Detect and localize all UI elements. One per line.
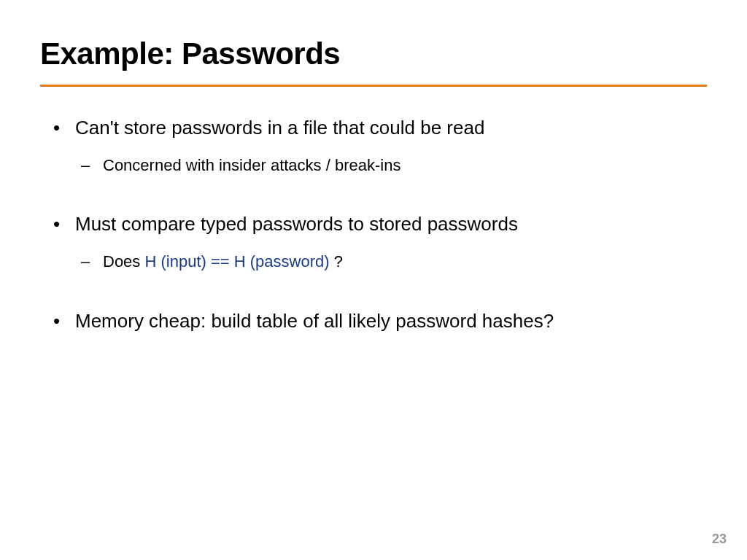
bullet-item: Memory cheap: build table of all likely … [53,309,707,334]
sub-bullet-item: Concerned with insider attacks / break-i… [81,155,707,176]
sub-bullet-item: Does H (input) == H (password) ? [81,252,707,273]
sub-bullet-text: Concerned with insider attacks / break-i… [103,156,400,174]
sub-bullet-highlight: H (input) == H (password) [144,252,329,271]
main-bullet-list: Can't store passwords in a file that cou… [53,116,707,334]
sub-bullet-suffix: ? [330,252,343,271]
sub-bullet-list: Concerned with insider attacks / break-i… [75,155,707,176]
slide-content: Can't store passwords in a file that cou… [40,116,707,334]
bullet-text: Must compare typed passwords to stored p… [75,213,518,235]
title-divider [40,85,707,87]
sub-bullet-list: Does H (input) == H (password) ? [75,252,707,273]
sub-bullet-prefix: Does [103,252,144,271]
page-number: 23 [712,532,727,547]
bullet-item: Must compare typed passwords to stored p… [53,212,707,272]
bullet-item: Can't store passwords in a file that cou… [53,116,707,176]
bullet-text: Can't store passwords in a file that cou… [75,117,484,139]
slide-title: Example: Passwords [40,36,707,71]
bullet-text: Memory cheap: build table of all likely … [75,310,554,332]
